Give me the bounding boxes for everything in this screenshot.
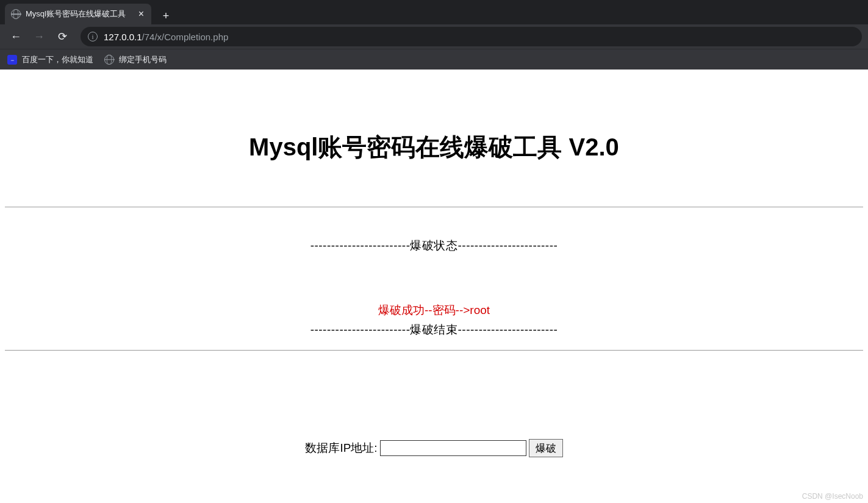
url-display: 127.0.0.1/74/x/Completion.php [104, 32, 228, 42]
address-bar[interactable]: i 127.0.0.1/74/x/Completion.php [81, 27, 862, 46]
divider [5, 207, 863, 207]
reload-button[interactable]: ⟳ [52, 27, 72, 46]
browser-tab-active[interactable]: Mysql账号密码在线爆破工具 × [5, 4, 151, 24]
bookmark-label: 百度一下，你就知道 [22, 54, 93, 65]
status-section-header: ------------------------爆破状态------------… [5, 238, 863, 254]
url-path: /74/x/Completion.php [142, 32, 229, 42]
bookmark-baidu[interactable]: ៳ 百度一下，你就知道 [7, 54, 93, 65]
ip-label: 数据库IP地址: [305, 440, 377, 456]
page-content: Mysql账号密码在线爆破工具 V2.0 -------------------… [0, 130, 868, 457]
forward-button[interactable]: → [29, 27, 49, 46]
bookmark-bind-phone[interactable]: 绑定手机号码 [104, 54, 167, 65]
back-button[interactable]: ← [6, 27, 26, 46]
bookmarks-bar: ៳ 百度一下，你就知道 绑定手机号码 [0, 49, 868, 70]
info-icon[interactable]: i [88, 32, 98, 41]
bookmark-label: 绑定手机号码 [119, 54, 167, 65]
crack-result: 爆破成功--密码-->root [5, 302, 863, 318]
nav-bar: ← → ⟳ i 127.0.0.1/74/x/Completion.php [0, 24, 868, 49]
ip-form: 数据库IP地址: 爆破 [5, 439, 863, 457]
close-icon[interactable]: × [137, 9, 145, 20]
browser-chrome: Mysql账号密码在线爆破工具 × + ← → ⟳ i 127.0.0.1/74… [0, 0, 868, 70]
tab-title: Mysql账号密码在线爆破工具 [26, 9, 126, 20]
tab-bar: Mysql账号密码在线爆破工具 × + [0, 0, 868, 24]
ip-input[interactable] [380, 440, 526, 456]
page-title: Mysql账号密码在线爆破工具 V2.0 [5, 130, 863, 164]
new-tab-button[interactable]: + [157, 7, 174, 24]
globe-icon [11, 9, 21, 19]
baidu-icon: ៳ [7, 55, 17, 65]
crack-button[interactable]: 爆破 [529, 439, 563, 457]
end-section-header: ------------------------爆破结束------------… [5, 322, 863, 338]
watermark: CSDN @IsecNoob [802, 492, 863, 501]
divider [5, 350, 863, 351]
globe-icon [104, 55, 114, 65]
url-host: 127.0.0.1 [104, 32, 142, 42]
